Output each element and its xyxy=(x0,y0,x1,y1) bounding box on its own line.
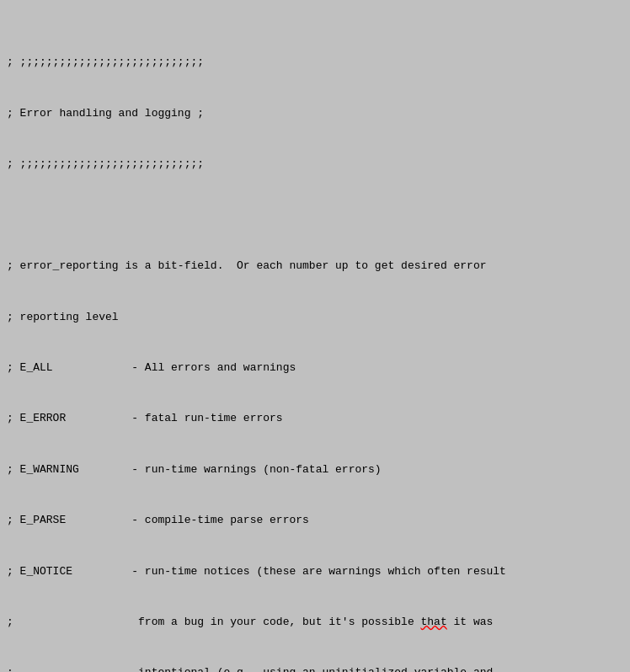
code-line-1: ; ;;;;;;;;;;;;;;;;;;;;;;;;;;;; xyxy=(7,54,623,71)
code-line-7: ; E_ALL - All errors and warnings xyxy=(7,360,623,376)
code-line-9: ; E_WARNING - run-time warnings (non-fat… xyxy=(7,461,623,478)
code-line-12: ; from a bug in your code, but it's poss… xyxy=(7,614,623,631)
code-line-3: ; ;;;;;;;;;;;;;;;;;;;;;;;;;;;; xyxy=(7,156,623,173)
code-editor[interactable]: ; ;;;;;;;;;;;;;;;;;;;;;;;;;;;; ; Error h… xyxy=(0,0,630,672)
code-line-2: ; Error handling and logging ; xyxy=(7,105,623,122)
code-line-8: ; E_ERROR - fatal run-time errors xyxy=(7,410,623,427)
code-line-4 xyxy=(7,207,623,224)
code-line-5: ; error_reporting is a bit-field. Or eac… xyxy=(7,258,623,275)
code-line-13: ; intentional (e.g., using an uninitiali… xyxy=(7,664,623,672)
code-line-10: ; E_PARSE - compile-time parse errors xyxy=(7,512,623,529)
code-line-6: ; reporting level xyxy=(7,309,623,326)
code-line-11: ; E_NOTICE - run-time notices (these are… xyxy=(7,563,623,580)
